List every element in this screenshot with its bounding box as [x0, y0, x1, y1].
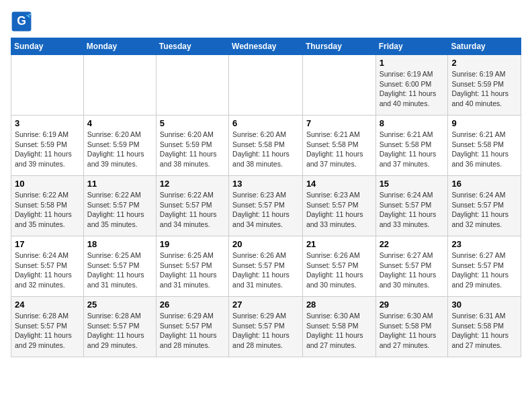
day-number: 6 — [232, 118, 299, 128]
day-number: 16 — [451, 179, 517, 189]
calendar-table: SundayMondayTuesdayWednesdayThursdayFrid… — [11, 38, 521, 357]
day-info: Sunrise: 6:26 AM Sunset: 5:57 PM Dayligh… — [232, 250, 299, 290]
day-cell — [83, 55, 156, 116]
day-cell: 12Sunrise: 6:22 AM Sunset: 5:57 PM Dayli… — [156, 176, 228, 236]
col-header-friday: Friday — [375, 38, 448, 55]
week-row-3: 10Sunrise: 6:22 AM Sunset: 5:58 PM Dayli… — [11, 176, 521, 236]
day-info: Sunrise: 6:20 AM Sunset: 5:59 PM Dayligh… — [87, 130, 152, 169]
day-cell: 29Sunrise: 6:30 AM Sunset: 5:58 PM Dayli… — [375, 297, 448, 357]
day-cell: 27Sunrise: 6:29 AM Sunset: 5:57 PM Dayli… — [229, 297, 303, 357]
day-cell — [156, 55, 228, 116]
day-info: Sunrise: 6:19 AM Sunset: 5:59 PM Dayligh… — [451, 69, 517, 109]
day-cell: 15Sunrise: 6:24 AM Sunset: 5:57 PM Dayli… — [375, 176, 448, 236]
col-header-wednesday: Wednesday — [229, 38, 303, 55]
day-number: 24 — [15, 300, 80, 310]
day-info: Sunrise: 6:22 AM Sunset: 5:58 PM Dayligh… — [15, 190, 80, 230]
day-number: 4 — [87, 118, 152, 128]
day-info: Sunrise: 6:28 AM Sunset: 5:57 PM Dayligh… — [15, 311, 80, 351]
col-header-tuesday: Tuesday — [156, 38, 228, 55]
day-info: Sunrise: 6:20 AM Sunset: 5:59 PM Dayligh… — [160, 130, 225, 169]
day-number: 30 — [451, 300, 517, 310]
day-cell: 24Sunrise: 6:28 AM Sunset: 5:57 PM Dayli… — [11, 297, 84, 357]
col-header-thursday: Thursday — [302, 38, 375, 55]
day-cell: 17Sunrise: 6:24 AM Sunset: 5:57 PM Dayli… — [11, 236, 84, 297]
day-number: 3 — [15, 118, 80, 128]
day-cell: 25Sunrise: 6:28 AM Sunset: 5:57 PM Dayli… — [83, 297, 156, 357]
day-info: Sunrise: 6:24 AM Sunset: 5:57 PM Dayligh… — [15, 250, 80, 290]
day-info: Sunrise: 6:31 AM Sunset: 5:58 PM Dayligh… — [451, 311, 517, 351]
day-number: 13 — [232, 179, 299, 189]
day-info: Sunrise: 6:21 AM Sunset: 5:58 PM Dayligh… — [380, 130, 445, 169]
day-info: Sunrise: 6:26 AM Sunset: 5:57 PM Dayligh… — [306, 250, 372, 290]
day-info: Sunrise: 6:23 AM Sunset: 5:57 PM Dayligh… — [306, 190, 372, 230]
day-info: Sunrise: 6:19 AM Sunset: 5:59 PM Dayligh… — [15, 130, 80, 169]
day-number: 1 — [380, 58, 445, 68]
day-number: 25 — [87, 300, 152, 310]
week-row-5: 24Sunrise: 6:28 AM Sunset: 5:57 PM Dayli… — [11, 297, 521, 357]
day-cell: 22Sunrise: 6:27 AM Sunset: 5:57 PM Dayli… — [375, 236, 448, 297]
day-info: Sunrise: 6:24 AM Sunset: 5:57 PM Dayligh… — [451, 190, 517, 230]
day-cell: 5Sunrise: 6:20 AM Sunset: 5:59 PM Daylig… — [156, 116, 228, 176]
day-number: 28 — [306, 300, 372, 310]
day-cell: 10Sunrise: 6:22 AM Sunset: 5:58 PM Dayli… — [11, 176, 84, 236]
day-cell: 3Sunrise: 6:19 AM Sunset: 5:59 PM Daylig… — [11, 116, 84, 176]
day-cell: 20Sunrise: 6:26 AM Sunset: 5:57 PM Dayli… — [229, 236, 303, 297]
logo: G — [11, 11, 35, 32]
day-cell: 1Sunrise: 6:19 AM Sunset: 6:00 PM Daylig… — [375, 55, 448, 116]
day-number: 29 — [380, 300, 445, 310]
day-info: Sunrise: 6:25 AM Sunset: 5:57 PM Dayligh… — [160, 250, 225, 290]
day-cell: 26Sunrise: 6:29 AM Sunset: 5:57 PM Dayli… — [156, 297, 228, 357]
day-info: Sunrise: 6:29 AM Sunset: 5:57 PM Dayligh… — [160, 311, 225, 351]
day-info: Sunrise: 6:20 AM Sunset: 5:58 PM Dayligh… — [232, 130, 299, 169]
day-cell: 16Sunrise: 6:24 AM Sunset: 5:57 PM Dayli… — [448, 176, 521, 236]
week-row-2: 3Sunrise: 6:19 AM Sunset: 5:59 PM Daylig… — [11, 116, 521, 176]
day-number: 9 — [451, 118, 517, 128]
day-number: 2 — [451, 58, 517, 68]
day-cell: 23Sunrise: 6:27 AM Sunset: 5:57 PM Dayli… — [448, 236, 521, 297]
day-number: 17 — [15, 239, 80, 249]
day-info: Sunrise: 6:30 AM Sunset: 5:58 PM Dayligh… — [380, 311, 445, 351]
day-number: 12 — [160, 179, 225, 189]
day-cell: 7Sunrise: 6:21 AM Sunset: 5:58 PM Daylig… — [302, 116, 375, 176]
day-number: 5 — [160, 118, 225, 128]
day-cell: 30Sunrise: 6:31 AM Sunset: 5:58 PM Dayli… — [448, 297, 521, 357]
day-info: Sunrise: 6:24 AM Sunset: 5:57 PM Dayligh… — [380, 190, 445, 230]
day-info: Sunrise: 6:27 AM Sunset: 5:57 PM Dayligh… — [380, 250, 445, 290]
day-number: 15 — [380, 179, 445, 189]
day-cell: 2Sunrise: 6:19 AM Sunset: 5:59 PM Daylig… — [448, 55, 521, 116]
day-cell: 9Sunrise: 6:21 AM Sunset: 5:58 PM Daylig… — [448, 116, 521, 176]
day-cell: 13Sunrise: 6:23 AM Sunset: 5:57 PM Dayli… — [229, 176, 303, 236]
day-info: Sunrise: 6:21 AM Sunset: 5:58 PM Dayligh… — [306, 130, 372, 169]
day-cell: 6Sunrise: 6:20 AM Sunset: 5:58 PM Daylig… — [229, 116, 303, 176]
day-number: 22 — [380, 239, 445, 249]
day-cell: 21Sunrise: 6:26 AM Sunset: 5:57 PM Dayli… — [302, 236, 375, 297]
day-info: Sunrise: 6:25 AM Sunset: 5:57 PM Dayligh… — [87, 250, 152, 290]
day-info: Sunrise: 6:19 AM Sunset: 6:00 PM Dayligh… — [380, 69, 445, 109]
day-number: 20 — [232, 239, 299, 249]
day-number: 27 — [232, 300, 299, 310]
day-cell: 8Sunrise: 6:21 AM Sunset: 5:58 PM Daylig… — [375, 116, 448, 176]
calendar-header: SundayMondayTuesdayWednesdayThursdayFrid… — [11, 38, 521, 55]
logo-icon: G — [11, 11, 32, 32]
day-cell — [302, 55, 375, 116]
day-number: 26 — [160, 300, 225, 310]
col-header-saturday: Saturday — [448, 38, 521, 55]
day-info: Sunrise: 6:29 AM Sunset: 5:57 PM Dayligh… — [232, 311, 299, 351]
day-info: Sunrise: 6:22 AM Sunset: 5:57 PM Dayligh… — [87, 190, 152, 230]
week-row-1: 1Sunrise: 6:19 AM Sunset: 6:00 PM Daylig… — [11, 55, 521, 116]
day-cell: 19Sunrise: 6:25 AM Sunset: 5:57 PM Dayli… — [156, 236, 228, 297]
page-header: G — [11, 11, 521, 32]
col-header-sunday: Sunday — [11, 38, 84, 55]
day-info: Sunrise: 6:28 AM Sunset: 5:57 PM Dayligh… — [87, 311, 152, 351]
day-cell: 18Sunrise: 6:25 AM Sunset: 5:57 PM Dayli… — [83, 236, 156, 297]
day-number: 14 — [306, 179, 372, 189]
day-info: Sunrise: 6:22 AM Sunset: 5:57 PM Dayligh… — [160, 190, 225, 230]
day-number: 7 — [306, 118, 372, 128]
day-number: 21 — [306, 239, 372, 249]
day-info: Sunrise: 6:23 AM Sunset: 5:57 PM Dayligh… — [232, 190, 299, 230]
day-number: 18 — [87, 239, 152, 249]
day-cell: 14Sunrise: 6:23 AM Sunset: 5:57 PM Dayli… — [302, 176, 375, 236]
day-number: 10 — [15, 179, 80, 189]
day-info: Sunrise: 6:30 AM Sunset: 5:58 PM Dayligh… — [306, 311, 372, 351]
day-cell: 28Sunrise: 6:30 AM Sunset: 5:58 PM Dayli… — [302, 297, 375, 357]
